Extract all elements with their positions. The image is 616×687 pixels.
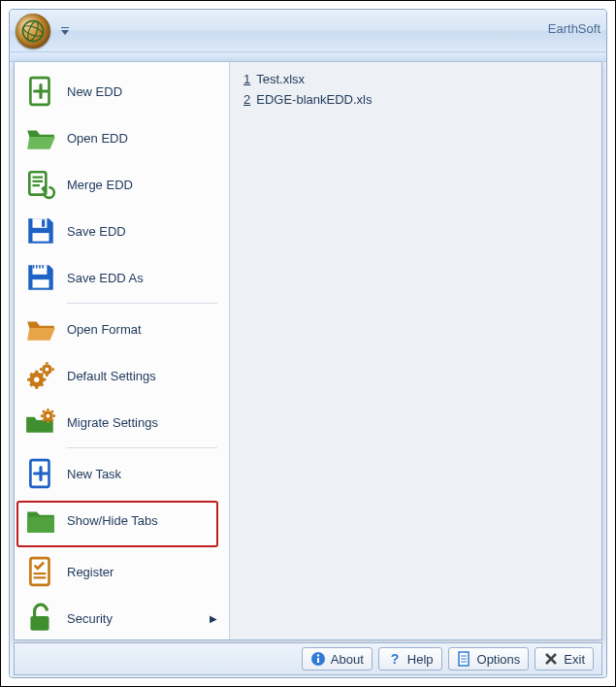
options-button[interactable]: Options [448, 647, 530, 671]
help-button[interactable]: ? Help [378, 647, 442, 671]
svg-rect-12 [33, 279, 49, 288]
folder-gear-icon [24, 406, 57, 439]
globe-icon [20, 18, 46, 44]
options-icon [457, 651, 472, 667]
menu-item-save-edd[interactable]: Save EDD [18, 208, 225, 254]
menu-item-default-settings[interactable]: Default Settings [18, 352, 225, 399]
gears-icon [24, 359, 57, 392]
application-menu: New EDD Open EDD Merge EDD [14, 62, 602, 640]
app-menu-button[interactable] [16, 14, 50, 49]
svg-rect-24 [30, 616, 49, 631]
menu-separator [67, 303, 217, 304]
recent-accelerator: 2 [243, 92, 250, 107]
svg-text:?: ? [390, 651, 399, 667]
folder-format-icon [24, 312, 57, 345]
menu-separator [67, 545, 217, 546]
menu-item-open-format[interactable]: Open Format [18, 306, 225, 352]
register-icon [24, 555, 57, 588]
svg-rect-26 [317, 658, 319, 663]
app-window: EarthSoft New EDD Open EDD [9, 9, 607, 678]
ribbon-strip [10, 52, 606, 62]
button-label: Help [407, 652, 434, 667]
new-file-icon [24, 75, 57, 108]
svg-point-16 [45, 368, 49, 372]
svg-rect-20 [27, 517, 54, 533]
menu-label: Show/Hide Tabs [67, 513, 158, 528]
menu-item-show-hide-tabs[interactable]: Show/Hide Tabs [18, 497, 225, 543]
recent-item[interactable]: 2 EDGE-blankEDD.xls [243, 92, 588, 107]
menu-left-column: New EDD Open EDD Merge EDD [15, 62, 230, 639]
about-button[interactable]: About [302, 647, 373, 671]
menu-item-save-edd-as[interactable]: Save EDD As [18, 254, 225, 301]
menu-label: Register [67, 565, 113, 579]
merge-icon [24, 168, 57, 201]
menu-separator [67, 447, 217, 448]
svg-point-2 [26, 19, 41, 42]
menu-label: Open EDD [67, 131, 128, 146]
menu-item-open-edd[interactable]: Open EDD [18, 114, 225, 161]
menu-label: Save EDD [67, 224, 126, 239]
app-body: New EDD Open EDD Merge EDD [10, 62, 606, 677]
menu-item-security[interactable]: Security ▶ [18, 595, 225, 641]
button-label: Exit [564, 652, 585, 667]
save-as-icon [24, 261, 57, 294]
help-icon: ? [387, 651, 403, 667]
svg-point-18 [47, 414, 50, 418]
folder-icon [24, 504, 57, 537]
qat-dropdown[interactable] [60, 22, 70, 40]
svg-point-1 [22, 23, 45, 38]
recent-documents-panel: 1 Test.xlsx 2 EDGE-blankEDD.xls [230, 62, 601, 639]
folder-open-icon [24, 121, 57, 154]
menu-label: Security [67, 611, 113, 626]
svg-rect-21 [30, 558, 49, 585]
menu-label: Migrate Settings [67, 415, 158, 430]
svg-rect-9 [42, 219, 45, 226]
svg-rect-10 [33, 233, 49, 242]
button-label: About [331, 652, 364, 667]
recent-filename: Test.xlsx [256, 72, 305, 86]
menu-label: New EDD [67, 84, 122, 99]
menu-item-new-task[interactable]: New Task [18, 450, 225, 497]
chevron-down-icon [61, 30, 69, 35]
menu-item-merge-edd[interactable]: Merge EDD [18, 161, 225, 208]
menu-item-register[interactable]: Register [18, 548, 225, 595]
info-icon [310, 651, 326, 667]
menu-footer: About ? Help Options [14, 642, 602, 675]
menu-label: Merge EDD [67, 178, 133, 192]
submenu-arrow-icon: ▶ [210, 613, 217, 624]
menu-label: New Task [67, 467, 121, 481]
new-task-icon [24, 457, 57, 490]
button-label: Options [477, 652, 521, 667]
titlebar: EarthSoft [10, 10, 606, 52]
close-icon [543, 651, 559, 667]
app-title: EarthSoft [548, 21, 600, 36]
exit-button[interactable]: Exit [535, 647, 594, 671]
menu-item-migrate-settings[interactable]: Migrate Settings [18, 399, 225, 445]
menu-label: Open Format [67, 322, 142, 337]
recent-accelerator: 1 [243, 72, 250, 86]
menu-label: Default Settings [67, 369, 156, 383]
save-icon [24, 214, 57, 247]
padlock-open-icon [24, 602, 57, 635]
menu-label: Save EDD As [67, 271, 144, 285]
svg-point-14 [34, 377, 39, 382]
svg-point-27 [317, 654, 319, 656]
recent-item[interactable]: 1 Test.xlsx [243, 72, 588, 86]
recent-filename: EDGE-blankEDD.xls [256, 92, 372, 107]
menu-item-new-edd[interactable]: New EDD [18, 68, 225, 114]
